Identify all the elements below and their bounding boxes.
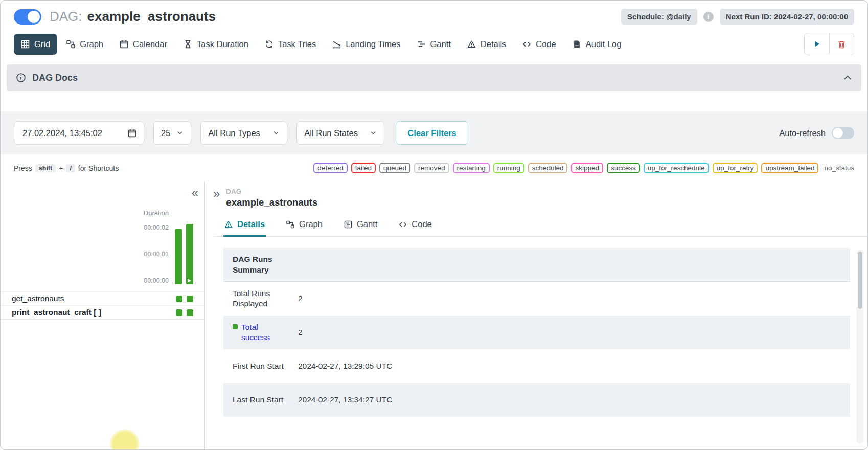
tab-task-duration[interactable]: Task Duration [176,34,256,55]
date-filter-input[interactable] [21,128,122,139]
legend-state-up-for-reschedule: up_for_reschedule [644,163,709,173]
hourglass-icon [184,40,192,49]
task-name[interactable]: get_astronauts [12,294,64,303]
task-name[interactable]: print_astronaut_craft [ ] [12,308,101,317]
row-value: 2024-02-27, 13:29:05 UTC [293,362,392,371]
legend-state-restarting: restarting [453,163,490,173]
panel-tab-gantt[interactable]: Gantt [343,215,378,237]
trigger-dag-button[interactable] [805,33,829,55]
task-row[interactable]: get_astronauts [1,291,204,305]
auto-refresh-label: Auto-refresh [779,128,826,138]
total-success-link[interactable]: Total success [241,322,289,343]
dag-pause-toggle[interactable] [14,9,41,25]
task-instance-success[interactable] [187,296,193,302]
dag-docs-title: DAG Docs [32,73,78,83]
toggle-knob [28,11,40,23]
tab-grid[interactable]: Grid [14,34,57,55]
retry-arrows-icon [265,40,273,49]
chevron-up-icon [843,73,852,82]
run-states-value: All Run States [304,128,358,138]
panel-tab-code[interactable]: Code [398,215,432,237]
filter-bar: 25 All Run Types All Run States Clear Fi… [1,111,867,154]
panel-tab-label: Gantt [357,219,377,229]
tab-gantt[interactable]: Gantt [410,34,458,55]
header: DAG: example_astronauts Schedule: @daily… [1,1,867,27]
legend-state-skipped: skipped [571,163,603,173]
plane-landing-icon [332,40,341,49]
graph-icon [66,40,75,49]
collapse-docs-button[interactable] [843,73,852,82]
tab-landing-times[interactable]: Landing Times [325,34,407,55]
tab-audit-log[interactable]: Audit Log [565,34,629,55]
table-row: Total success 2 [223,316,850,349]
delete-dag-button[interactable] [829,33,854,55]
run-bar-selected[interactable] [186,224,193,284]
details-panel: » DAG example_astronauts Details Graph G [205,182,867,449]
collapse-panel-icon[interactable]: « [192,187,198,199]
task-instance-success[interactable] [176,309,182,316]
chevron-down-icon [176,129,184,137]
gantt-box-icon [344,220,352,229]
next-run-badge: Next Run ID: 2024-02-27, 00:00:00 [720,9,854,25]
schedule-badge: Schedule: @daily [621,9,697,25]
legend-state-no-status: no_status [824,164,854,172]
legend-state-up-for-retry: up_for_retry [713,163,758,173]
tab-label: Code [536,39,556,49]
tab-code[interactable]: Code [515,34,563,55]
shortcut-text: + [59,164,63,172]
grid-panel: « Duration 00:00:02 00:00:01 00:00:00 [1,182,205,449]
legend-state-failed: failed [351,163,376,173]
chevron-down-icon [272,129,280,137]
main-content: « Duration 00:00:02 00:00:01 00:00:00 [1,182,867,449]
task-row-selected[interactable]: print_astronaut_craft [ ] [1,305,204,320]
task-instance-success[interactable] [176,296,182,302]
tab-label: Calendar [133,39,167,49]
tab-task-tries[interactable]: Task Tries [258,34,323,55]
code-icon [522,40,531,49]
dag-runs-summary-table: DAG Runs Summary Total Runs Displayed 2 … [223,248,850,417]
row-label: Total Runs Displayed [223,283,293,314]
auto-refresh-toggle[interactable] [832,127,854,139]
calendar-icon [120,40,128,49]
tab-label: Landing Times [346,39,400,49]
table-header-row: DAG Runs Summary [223,248,850,282]
tab-calendar[interactable]: Calendar [112,34,174,55]
schedule-info-icon[interactable]: i [703,12,714,22]
dag-docs-bar[interactable]: DAG Docs [7,64,861,91]
dag-actions [804,33,854,55]
duration-chart: Duration 00:00:02 00:00:01 00:00:00 [1,209,204,284]
page-size-select[interactable]: 25 [153,121,191,145]
graph-icon [286,220,294,229]
tab-graph[interactable]: Graph [59,34,110,55]
success-bullet-icon [233,324,238,329]
run-duration-bars [175,224,193,284]
panel-tab-graph[interactable]: Graph [285,215,324,237]
details-alert-icon [467,40,476,49]
auto-refresh-control: Auto-refresh [779,127,854,139]
task-instance-success[interactable] [187,309,193,316]
run-bar[interactable] [175,229,182,284]
tab-details[interactable]: Details [460,34,513,55]
table-row: Total Runs Displayed 2 [223,282,850,316]
scrollbar-thumb[interactable] [858,252,862,309]
panel-tab-details[interactable]: Details [223,215,266,237]
legend-state-removed: removed [414,163,449,173]
task-list: get_astronauts print_astronaut_craft [ ] [1,291,204,320]
details-tabs: Details Graph Gantt Code [213,215,867,237]
breadcrumb: DAG [226,188,317,195]
expand-panel-icon[interactable]: » [213,188,220,200]
clear-filters-button[interactable]: Clear Filters [396,121,468,145]
run-states-select[interactable]: All Run States [296,121,384,145]
main-nav: Grid Graph Calendar Task Duration Task T… [1,27,867,59]
legend-state-upstream-failed: upstream_failed [761,163,818,173]
tab-label: Audit Log [586,39,622,49]
page-size-value: 25 [161,128,170,138]
details-title-block: DAG example_astronauts [226,188,317,208]
code-icon [399,220,407,229]
duration-axis-title: Duration [144,209,169,217]
tab-label: Task Tries [278,39,316,49]
run-types-select[interactable]: All Run Types [200,121,287,145]
date-filter-field[interactable] [14,121,144,145]
panel-tab-label: Graph [299,219,323,229]
axis-tick: 00:00:00 [144,277,169,284]
